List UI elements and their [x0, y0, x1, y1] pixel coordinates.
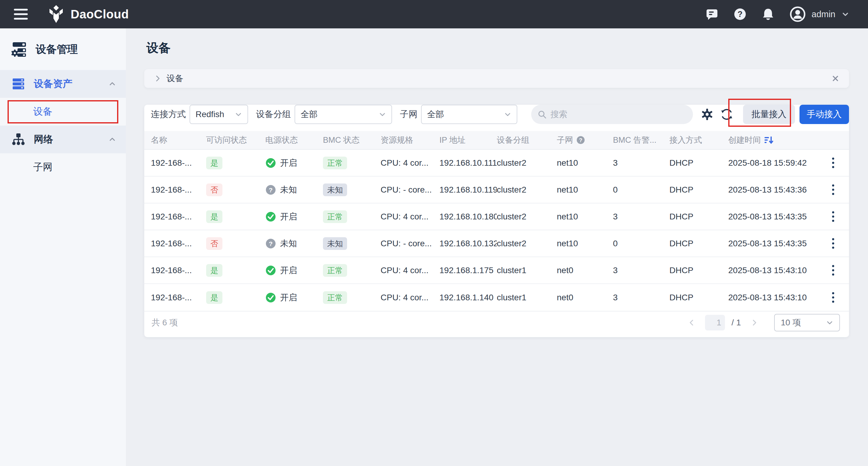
table-header: 名称 可访问状态 电源状态 BMC 状态 资源规格 IP 地址 设备分组 子网 … [144, 131, 849, 150]
power-label: 开启 [280, 211, 297, 222]
chevron-down-icon [504, 111, 511, 118]
connection-select[interactable]: Redfish [189, 105, 248, 124]
chevron-down-icon [841, 10, 849, 18]
cell-bmc-status: 正常 [323, 210, 380, 223]
cell-power: ? 未知 [265, 184, 323, 195]
col-accessible[interactable]: 可访问状态 [206, 134, 265, 146]
cell-subnet: net0 [557, 266, 613, 275]
cell-accessible: 是 [206, 291, 265, 304]
accessible-badge: 是 [206, 157, 222, 169]
cell-power: ? 开启 [265, 211, 323, 222]
sidebar-group-network[interactable]: 网络 [0, 126, 126, 153]
subnet-select[interactable]: 全部 [421, 105, 517, 124]
cell-name: 192-168-... [151, 158, 206, 168]
cell-spec: CPU: 4 cor... [380, 293, 439, 303]
cell-spec: CPU: - core... [380, 185, 439, 195]
cell-method: DHCP [670, 266, 728, 275]
cell-bmc-status: 正常 [323, 291, 380, 304]
cell-ip: 192.168.1.175 [439, 266, 497, 275]
col-power[interactable]: 电源状态 [265, 134, 323, 146]
prev-page-icon[interactable] [685, 318, 699, 327]
col-bmc-status[interactable]: BMC 状态 [323, 134, 380, 146]
cell-created: 2025-08-13 15:43:36 [728, 185, 827, 195]
batch-import-button[interactable]: 批量接入 [743, 105, 795, 124]
col-bmc-alerts[interactable]: BMC 告警... [613, 134, 670, 146]
settings-gear-icon[interactable] [701, 108, 713, 121]
cell-accessible: 是 [206, 264, 265, 277]
notifications-bell-icon[interactable] [762, 8, 774, 21]
power-on-check-icon [265, 265, 276, 276]
page-number-input[interactable] [705, 315, 725, 331]
user-menu[interactable]: admin [790, 6, 849, 22]
table-row[interactable]: 192-168-... 是 ? 开启 正常 CPU: 4 cor... 192.… [144, 150, 849, 177]
help-circle-icon[interactable]: ? [576, 135, 585, 145]
sidebar-item-subnet[interactable]: 子网 [0, 153, 126, 181]
svg-text:?: ? [269, 240, 273, 247]
cell-name: 192-168-... [151, 266, 206, 275]
accessible-badge: 是 [206, 264, 222, 277]
network-icon [11, 132, 25, 146]
table-row[interactable]: 192-168-... 否 ? 未知 未知 CPU: - core... 192… [144, 230, 849, 257]
cell-actions [827, 289, 849, 306]
breadcrumb: 设备 [144, 69, 849, 88]
manual-import-button[interactable]: 手动接入 [800, 105, 849, 124]
bmc-status-badge: 正常 [323, 291, 347, 304]
help-icon[interactable]: ? [734, 8, 746, 21]
col-subnet[interactable]: 子网 ? [557, 134, 613, 146]
cell-created: 2025-08-13 15:43:10 [728, 266, 827, 275]
col-created[interactable]: 创建时间 [728, 134, 827, 146]
cell-actions [827, 235, 849, 252]
connection-filter-label: 连接方式 [151, 108, 186, 120]
messages-icon[interactable] [706, 8, 718, 20]
cell-created: 2025-08-18 15:59:42 [728, 158, 827, 168]
table-row[interactable]: 192-168-... 是 ? 开启 正常 CPU: 4 cor... 192.… [144, 284, 849, 311]
cell-alerts: 3 [613, 212, 670, 221]
device-group-select[interactable]: 全部 [294, 105, 392, 124]
search-input[interactable] [551, 110, 687, 119]
close-icon[interactable] [831, 74, 840, 83]
col-ip[interactable]: IP 地址 [439, 134, 497, 146]
row-actions-menu-icon[interactable] [827, 208, 839, 225]
cell-name: 192-168-... [151, 239, 206, 248]
cell-method: DHCP [670, 185, 728, 195]
col-name[interactable]: 名称 [151, 134, 206, 146]
cell-name: 192-168-... [151, 212, 206, 221]
chevron-down-icon [826, 319, 833, 326]
menu-toggle-icon[interactable] [14, 9, 28, 20]
cell-accessible: 是 [206, 157, 265, 169]
col-group[interactable]: 设备分组 [497, 134, 557, 146]
refresh-icon[interactable] [720, 108, 734, 121]
table-row[interactable]: 192-168-... 是 ? 开启 正常 CPU: 4 cor... 192.… [144, 204, 849, 230]
table-row[interactable]: 192-168-... 否 ? 未知 未知 CPU: - core... 192… [144, 177, 849, 204]
table-row[interactable]: 192-168-... 是 ? 开启 正常 CPU: 4 cor... 192.… [144, 257, 849, 284]
row-actions-menu-icon[interactable] [827, 262, 839, 279]
cell-method: DHCP [670, 212, 728, 221]
page-size-select[interactable]: 10 项 [774, 314, 840, 332]
power-unknown-icon: ? [265, 238, 276, 249]
sort-descending-icon[interactable] [764, 135, 774, 145]
next-page-icon[interactable] [748, 318, 761, 327]
sidebar-group-device-assets[interactable]: 设备资产 [0, 70, 126, 98]
cell-alerts: 3 [613, 158, 670, 168]
col-spec[interactable]: 资源规格 [380, 134, 439, 146]
cell-actions [827, 262, 849, 279]
sidebar-title: 设备管理 [0, 28, 126, 70]
row-actions-menu-icon[interactable] [827, 289, 839, 306]
accessible-badge: 否 [206, 237, 222, 250]
bmc-status-badge: 未知 [323, 184, 347, 196]
cell-alerts: 0 [613, 239, 670, 248]
cell-ip: 192.168.10.111 [439, 158, 497, 168]
row-actions-menu-icon[interactable] [827, 235, 839, 252]
device-assets-icon [11, 77, 25, 91]
svg-text:?: ? [738, 10, 743, 19]
cell-power: ? 开启 [265, 292, 323, 303]
col-method[interactable]: 接入方式 [670, 134, 728, 146]
search-icon [537, 110, 547, 119]
row-actions-menu-icon[interactable] [827, 155, 839, 171]
breadcrumb-label[interactable]: 设备 [166, 73, 184, 84]
chevron-right-icon[interactable] [153, 74, 162, 83]
accessible-badge: 是 [206, 210, 222, 223]
sidebar-item-device[interactable]: 设备 [0, 98, 126, 126]
row-actions-menu-icon[interactable] [827, 181, 839, 198]
cell-actions [827, 155, 849, 171]
